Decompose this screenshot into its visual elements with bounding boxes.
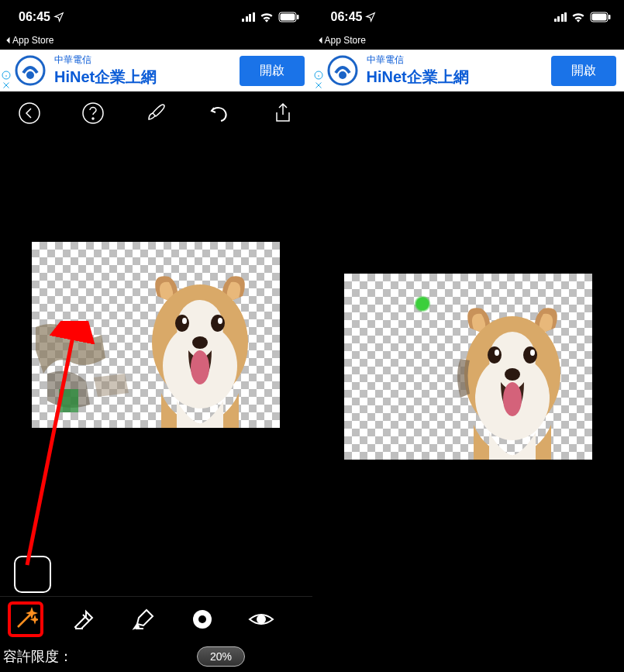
tolerance-value-pill[interactable]: 20% [197,646,245,667]
svg-line-24 [18,615,30,627]
svg-point-22 [191,350,209,384]
svg-point-39 [329,57,357,84]
svg-point-20 [218,318,222,324]
ad-banner[interactable]: 中華電信 HiNet企業上網 開啟 [312,50,625,91]
edited-image[interactable] [32,242,280,428]
eraser-tool[interactable] [67,601,102,637]
svg-point-8 [16,57,44,84]
share-icon [273,102,293,125]
svg-point-19 [182,318,187,324]
canvas-area[interactable] [312,91,625,672]
status-time: 06:45 [19,10,50,24]
ad-banner[interactable]: 中華電信 HiNet企業上網 開啟 [0,50,312,91]
share-button[interactable] [267,98,298,129]
wifi-icon [571,12,585,22]
cellular-signal-icon [242,12,255,22]
status-left: 06:45 [331,10,377,24]
phone-right: 06:45 App Store 中華電信 HiNet企業上網 開啟 [312,0,625,672]
brush-button[interactable] [140,98,171,129]
svg-rect-1 [280,14,295,21]
svg-point-9 [26,71,34,79]
paint-brush-icon [144,102,167,125]
magic-wand-icon [13,607,38,632]
back-app-label: App Store [12,35,53,46]
svg-point-30 [257,615,265,623]
svg-point-46 [495,350,499,356]
back-caret-icon [317,36,323,44]
canvas-area[interactable] [0,135,312,596]
svg-rect-2 [297,15,299,19]
phone-left: 06:45 App Store 中華電信 HiNet企業上網 開啟 [0,0,312,672]
status-right [554,12,612,22]
ad-logo-icon [326,54,359,87]
highlighter-icon [131,607,156,632]
svg-point-18 [211,315,225,332]
ad-brand-small: 中華電信 [367,53,552,67]
svg-point-10 [19,103,40,123]
ad-text: 中華電信 HiNet企業上網 [367,53,552,88]
location-arrow-icon [365,12,376,22]
preview-tool[interactable] [243,601,279,637]
help-circle-icon [81,102,105,125]
back-circle-icon [18,102,41,125]
svg-rect-33 [608,15,611,19]
svg-point-12 [92,118,94,119]
svg-point-17 [175,315,189,332]
slider-ticks [248,646,309,667]
svg-point-40 [339,71,346,79]
wifi-icon [260,12,274,22]
ad-info-mark[interactable] [314,71,323,90]
undo-icon [208,102,231,125]
ad-brand-small: 中華電信 [54,53,240,67]
status-time: 06:45 [331,10,363,24]
back-to-app[interactable]: App Store [312,34,625,50]
status-right [242,12,300,22]
svg-point-21 [192,336,208,349]
ad-open-button[interactable]: 開啟 [551,56,616,86]
ad-open-button[interactable]: 開啟 [240,56,305,86]
target-circle-icon [190,607,215,632]
undo-button[interactable] [204,98,235,129]
dog-subject [446,297,578,460]
target-tool[interactable] [184,601,220,637]
toolbar-bottom [0,596,312,641]
ad-logo-icon [14,54,47,87]
back-caret-icon [5,36,11,44]
eye-icon [248,610,274,629]
status-bar: 06:45 [312,0,625,34]
svg-point-45 [523,346,537,364]
ad-text: 中華電信 HiNet企業上網 [54,53,240,88]
tolerance-label: 容許限度： [3,647,73,666]
svg-point-49 [503,382,522,416]
back-app-label: App Store [325,35,366,46]
color-swatch[interactable] [14,556,51,593]
status-bar: 06:45 [0,0,312,34]
location-arrow-icon [53,12,64,22]
status-left: 06:45 [19,10,64,24]
tolerance-slider[interactable]: 20% [81,645,309,668]
eraser-icon [72,607,97,632]
svg-point-11 [83,103,103,123]
svg-point-47 [530,350,535,356]
dog-subject [134,265,266,428]
tolerance-row: 容許限度： 20% [0,641,312,672]
battery-icon [278,12,300,22]
restore-tool[interactable] [126,601,161,637]
help-button[interactable] [78,98,109,129]
svg-point-48 [505,368,520,381]
cellular-signal-icon [554,12,567,22]
svg-point-29 [198,615,206,623]
ad-info-mark[interactable] [2,71,11,90]
magic-wand-tool[interactable] [8,601,43,637]
ad-brand-main: HiNet企業上網 [54,67,240,88]
back-button[interactable] [14,98,45,129]
brush-indicator [414,295,431,312]
svg-point-44 [488,346,502,364]
toolbar-top [0,91,312,135]
battery-icon [590,12,612,22]
svg-rect-13 [59,389,78,412]
ad-brand-main: HiNet企業上網 [367,67,552,88]
edited-image[interactable] [344,274,592,460]
svg-rect-32 [592,14,607,21]
back-to-app[interactable]: App Store [0,34,312,50]
